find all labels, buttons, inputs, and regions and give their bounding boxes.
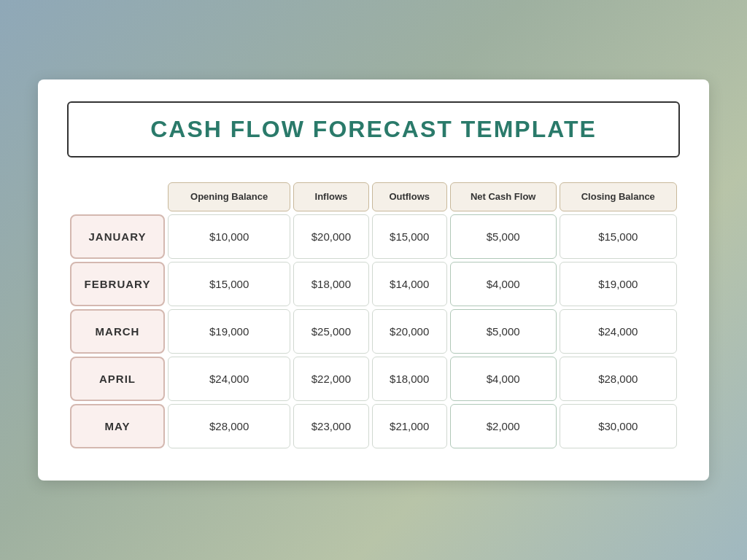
opening_balance-cell: $10,000 <box>168 214 290 259</box>
inflows-cell: $18,000 <box>293 262 368 306</box>
month-cell-april: APRIL <box>70 357 165 401</box>
net_cash_flow-cell: $5,000 <box>450 214 557 259</box>
month-cell-march: MARCH <box>70 309 165 354</box>
page-title: CASH FLOW FORECAST TEMPLATE <box>150 116 597 142</box>
table-row: FEBRUARY$15,000$18,000$14,000$4,000$19,0… <box>70 262 677 306</box>
month-cell-february: FEBRUARY <box>70 262 165 306</box>
outflows-cell: $20,000 <box>372 309 447 354</box>
closing_balance-cell: $19,000 <box>560 262 677 306</box>
opening_balance-cell: $28,000 <box>168 404 290 448</box>
closing_balance-cell: $15,000 <box>560 214 677 259</box>
table-row: MAY$28,000$23,000$21,000$2,000$30,000 <box>70 404 677 448</box>
closing_balance-cell: $24,000 <box>560 309 677 354</box>
inflows-cell: $20,000 <box>293 214 368 259</box>
opening_balance-cell: $19,000 <box>168 309 290 354</box>
closing_balance-cell: $30,000 <box>560 404 677 448</box>
empty-header-cell <box>70 182 165 211</box>
table-row: MARCH$19,000$25,000$20,000$5,000$24,000 <box>70 309 677 354</box>
table-row: JANUARY$10,000$20,000$15,000$5,000$15,00… <box>70 214 677 259</box>
month-cell-may: MAY <box>70 404 165 448</box>
inflows-cell: $25,000 <box>293 309 368 354</box>
header-inflows: Inflows <box>293 182 368 211</box>
outflows-cell: $14,000 <box>372 262 447 306</box>
cash-flow-table: Opening Balance Inflows Outflows Net Cas… <box>67 179 680 451</box>
inflows-cell: $22,000 <box>293 357 368 401</box>
month-cell-january: JANUARY <box>70 214 165 259</box>
header-outflows: Outflows <box>372 182 447 211</box>
header-opening-balance: Opening Balance <box>168 182 290 211</box>
closing_balance-cell: $28,000 <box>560 357 677 401</box>
net_cash_flow-cell: $4,000 <box>450 357 557 401</box>
opening_balance-cell: $15,000 <box>168 262 290 306</box>
title-box: CASH FLOW FORECAST TEMPLATE <box>67 101 680 158</box>
opening_balance-cell: $24,000 <box>168 357 290 401</box>
table-row: APRIL$24,000$22,000$18,000$4,000$28,000 <box>70 357 677 401</box>
outflows-cell: $21,000 <box>372 404 447 448</box>
main-container: CASH FLOW FORECAST TEMPLATE Opening Bala… <box>38 79 709 481</box>
outflows-cell: $15,000 <box>372 214 447 259</box>
net_cash_flow-cell: $2,000 <box>450 404 557 448</box>
header-net-cash-flow: Net Cash Flow <box>450 182 557 211</box>
outflows-cell: $18,000 <box>372 357 447 401</box>
table-wrapper: Opening Balance Inflows Outflows Net Cas… <box>67 179 680 451</box>
net_cash_flow-cell: $4,000 <box>450 262 557 306</box>
header-closing-balance: Closing Balance <box>560 182 677 211</box>
net_cash_flow-cell: $5,000 <box>450 309 557 354</box>
inflows-cell: $23,000 <box>293 404 368 448</box>
